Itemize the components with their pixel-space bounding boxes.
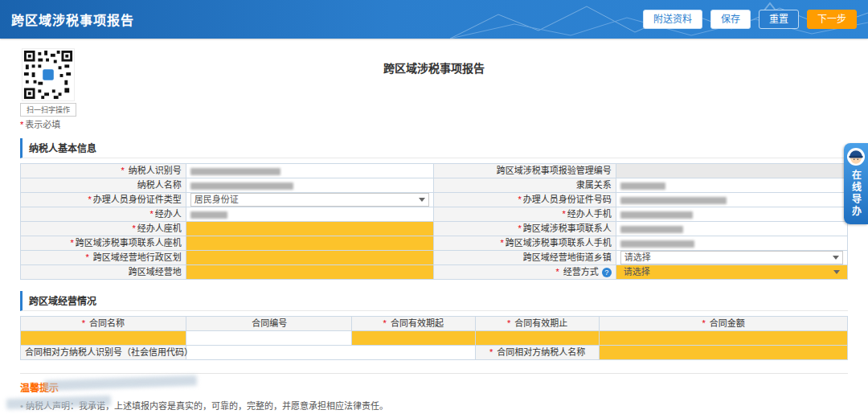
label-text: 纳税人识别号 bbox=[126, 166, 182, 175]
required-star: * bbox=[501, 238, 504, 248]
required-star: * bbox=[556, 267, 559, 277]
label-text: 跨区域经营地行政区划 bbox=[91, 252, 182, 262]
contract-valid-to-input[interactable] bbox=[475, 331, 599, 346]
handler-phone-label: *经办人座机 bbox=[21, 222, 186, 236]
help-icon[interactable]: ? bbox=[602, 268, 612, 277]
label-text: 跨区域涉税事项联系人手机 bbox=[506, 238, 612, 248]
label-text: 跨区域经营地 bbox=[129, 267, 182, 277]
redacted-value bbox=[620, 182, 665, 190]
affiliation-label: 隶属关系 bbox=[434, 178, 616, 193]
business-address-input[interactable] bbox=[186, 265, 434, 280]
required-star: * bbox=[20, 120, 23, 129]
section-title-business: 跨区域经营情况 bbox=[20, 291, 848, 311]
business-street-select[interactable]: 请选择 bbox=[620, 251, 843, 264]
business-mode-select[interactable]: 请选择 bbox=[620, 266, 843, 278]
reset-button[interactable]: 重置 bbox=[759, 10, 799, 29]
affiliation-input[interactable] bbox=[616, 178, 847, 193]
required-star: * bbox=[507, 318, 510, 328]
required-note: *表示必填 bbox=[20, 117, 848, 130]
contract-name-input[interactable] bbox=[21, 331, 186, 346]
party-name-input[interactable] bbox=[600, 346, 848, 360]
attach-documents-button[interactable]: 附送资料 bbox=[643, 10, 702, 29]
required-star: * bbox=[563, 209, 566, 219]
qr-code bbox=[22, 48, 75, 101]
table-row: 合同相对方纳税人识别号（社会信用代码） * 合同相对方纳税人名称 bbox=[21, 346, 848, 360]
contact-person-input[interactable] bbox=[616, 222, 847, 236]
agent-id-type-cell: 居民身份证 bbox=[186, 193, 434, 207]
taxpayer-name-input[interactable] bbox=[186, 178, 434, 193]
handler-name-label: *经办人 bbox=[21, 207, 186, 222]
required-star: * bbox=[383, 318, 387, 328]
contact-person-label: *跨区域涉税事项联系人 bbox=[434, 222, 616, 236]
verification-code-label: 跨区域涉税事项报验管理编号 bbox=[434, 164, 616, 178]
chevron-down-icon bbox=[833, 256, 839, 260]
online-guide-button[interactable]: 在线导办 bbox=[844, 143, 868, 224]
table-row: 跨区域经营地 * 经营方式? 请选择 bbox=[21, 265, 848, 280]
contract-valid-to-header: * 合同有效期止 bbox=[475, 317, 599, 331]
label-text: 跨区域涉税事项报验管理编号 bbox=[497, 166, 612, 175]
business-street-label: 跨区域经营地街道乡镇 bbox=[434, 251, 616, 265]
table-row: 纳税人名称 隶属关系 bbox=[21, 178, 848, 193]
header-text: 合同名称 bbox=[87, 318, 125, 328]
business-region-input[interactable] bbox=[186, 251, 434, 265]
taxpayer-id-input[interactable] bbox=[186, 164, 434, 178]
party-id-input[interactable] bbox=[186, 346, 475, 360]
selected-value: 请选择 bbox=[624, 265, 650, 279]
label-text: 经办人 bbox=[155, 209, 182, 219]
contract-number-input[interactable] bbox=[186, 331, 351, 346]
table-row: *经办人 *经办人手机 bbox=[21, 207, 848, 222]
handler-name-input[interactable] bbox=[186, 207, 434, 222]
tips-section: 温馨提示 纳税人声明：我承诺，上述填报内容是真实的，可靠的，完整的，并愿意承担相… bbox=[20, 373, 848, 414]
contract-valid-from-input[interactable] bbox=[351, 331, 475, 346]
next-step-button[interactable]: 下一步 bbox=[807, 10, 857, 29]
section-title-basic-info: 纳税人基本信息 bbox=[20, 138, 848, 158]
header-text: 合同编号 bbox=[252, 318, 287, 328]
qr-caption: 扫一扫字操作 bbox=[20, 103, 76, 117]
redacted-value bbox=[190, 211, 227, 219]
contract-amount-header: * 合同金额 bbox=[600, 317, 848, 331]
contract-amount-input[interactable] bbox=[600, 331, 848, 346]
contact-mobile-input[interactable] bbox=[616, 236, 847, 251]
required-star: * bbox=[518, 195, 522, 204]
label-text: 办理人员身份证件号码 bbox=[523, 195, 612, 204]
chevron-down-icon bbox=[833, 270, 840, 274]
header-text: 合同金额 bbox=[707, 318, 745, 328]
label-text: 经办人手机 bbox=[567, 209, 612, 219]
agent-id-type-select[interactable]: 居民身份证 bbox=[190, 193, 430, 207]
contact-mobile-label: *跨区域涉税事项联系人手机 bbox=[434, 236, 616, 251]
taxpayer-id-label: * 纳税人识别号 bbox=[21, 164, 186, 178]
required-star: * bbox=[71, 238, 74, 248]
app-title: 跨区域涉税事项报告 bbox=[11, 10, 134, 29]
business-mode-label: * 经营方式? bbox=[434, 265, 616, 280]
business-street-cell: 请选择 bbox=[616, 251, 847, 265]
label-text: 隶属关系 bbox=[576, 180, 612, 190]
required-star: * bbox=[518, 223, 522, 233]
agent-id-number-label: *办理人员身份证件号码 bbox=[434, 193, 616, 207]
required-star: * bbox=[85, 252, 88, 262]
redacted-value bbox=[190, 168, 280, 175]
redacted-value bbox=[620, 240, 694, 248]
handler-phone-input[interactable] bbox=[186, 222, 434, 236]
page-title: 跨区域涉税事项报告 bbox=[20, 39, 848, 76]
handler-mobile-input[interactable] bbox=[616, 207, 847, 222]
header-actions: 附送资料 保存 重置 下一步 bbox=[643, 10, 857, 29]
taxpayer-name-label: 纳税人名称 bbox=[21, 178, 186, 193]
qr-code-block: 扫一扫字操作 bbox=[20, 48, 76, 117]
handler-mobile-label: *经办人手机 bbox=[434, 207, 616, 222]
guide-mascot-icon bbox=[847, 148, 865, 166]
contact-phone-label: *跨区域涉税事项联系人座机 bbox=[21, 236, 186, 251]
contract-name-header: * 合同名称 bbox=[21, 317, 186, 331]
table-row bbox=[21, 331, 848, 346]
online-guide-label: 在线导办 bbox=[850, 170, 863, 218]
selected-value: 请选择 bbox=[624, 251, 651, 264]
label-text: 合同相对方纳税人名称 bbox=[494, 347, 585, 357]
save-button[interactable]: 保存 bbox=[710, 10, 751, 29]
agent-id-number-input[interactable] bbox=[616, 193, 847, 207]
required-star: * bbox=[150, 209, 154, 219]
table-header-row: * 合同名称 合同编号 * 合同有效期起 * 合同有效期止 * 合同金额 bbox=[21, 317, 848, 331]
agent-id-type-label: *办理人员身份证件类型 bbox=[21, 193, 186, 207]
contact-phone-input[interactable] bbox=[186, 236, 434, 251]
redacted-value bbox=[620, 226, 683, 233]
label-text: 跨区域涉税事项联系人座机 bbox=[76, 238, 182, 248]
label-text: 跨区域涉税事项联系人 bbox=[523, 223, 612, 233]
